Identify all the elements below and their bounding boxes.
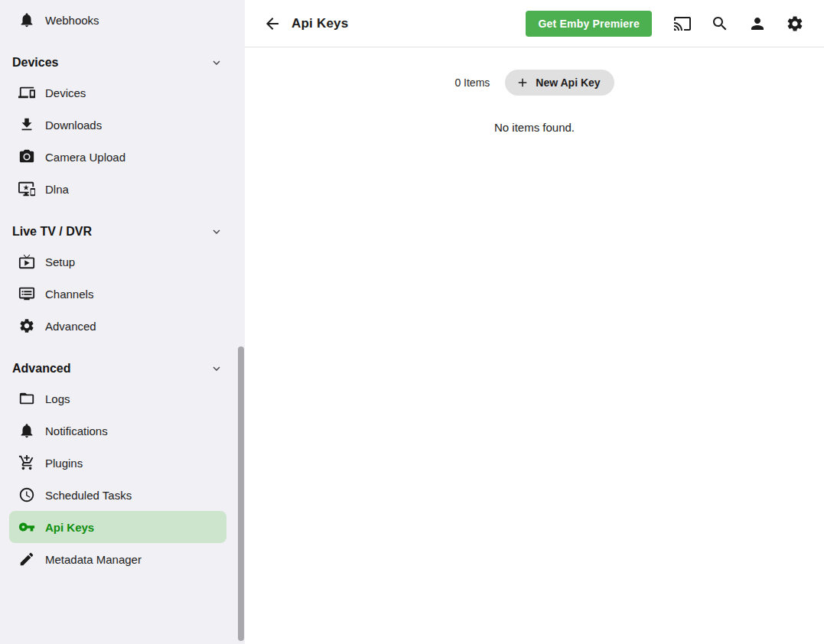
sidebar-item-channels[interactable]: Channels xyxy=(9,278,226,310)
sidebar-item-label: Setup xyxy=(45,255,75,268)
download-icon xyxy=(18,116,35,133)
sidebar-item-label: Logs xyxy=(45,392,70,405)
header-icons xyxy=(673,15,804,33)
chevron-down-icon xyxy=(210,362,223,376)
settings-button[interactable] xyxy=(786,15,804,33)
list-toolbar: 0 Items New Api Key xyxy=(245,70,824,96)
content-area: 0 Items New Api Key No items found. xyxy=(245,47,824,644)
live-tv-icon xyxy=(18,253,35,270)
devices-icon xyxy=(18,84,35,101)
pencil-icon xyxy=(18,551,35,568)
important-devices-icon xyxy=(18,181,35,197)
sidebar-item-label: Scheduled Tasks xyxy=(45,489,132,502)
sidebar-section-devices[interactable]: Devices xyxy=(0,49,245,76)
sidebar: WebhooksDevicesDevicesDownloadsCamera Up… xyxy=(0,0,245,644)
search-button[interactable] xyxy=(711,15,729,33)
sidebar-item-label: Notifications xyxy=(45,424,108,437)
sidebar-item-label: Camera Upload xyxy=(45,151,125,164)
person-icon xyxy=(748,15,767,33)
sidebar-item-label: Channels xyxy=(45,288,93,301)
sidebar-item-label: Downloads xyxy=(45,119,102,132)
new-api-key-label: New Api Key xyxy=(536,76,600,89)
key-icon xyxy=(18,519,35,535)
sidebar-item-dlna[interactable]: Dlna xyxy=(9,173,226,205)
chevron-down-icon xyxy=(210,56,223,70)
sidebar-item-label: Advanced xyxy=(45,320,96,333)
sidebar-item-metadata-manager[interactable]: Metadata Manager xyxy=(9,543,226,575)
arrow-back-icon xyxy=(263,15,282,33)
sidebar-item-advanced[interactable]: Advanced xyxy=(9,310,226,342)
new-api-key-button[interactable]: New Api Key xyxy=(505,70,614,96)
sidebar-item-logs[interactable]: Logs xyxy=(9,382,226,415)
sidebar-item-label: Api Keys xyxy=(45,521,94,534)
sidebar-item-camera-upload[interactable]: Camera Upload xyxy=(9,141,226,173)
section-label: Live TV / DVR xyxy=(12,225,92,239)
app-window: WebhooksDevicesDevicesDownloadsCamera Up… xyxy=(0,0,824,644)
section-label: Devices xyxy=(12,56,59,70)
gear-icon xyxy=(18,317,35,334)
sidebar-item-notifications[interactable]: Notifications xyxy=(9,415,226,447)
back-button[interactable] xyxy=(263,15,282,33)
folder-icon xyxy=(18,390,35,407)
sidebar-item-api-keys[interactable]: Api Keys xyxy=(9,511,226,543)
plus-icon xyxy=(516,76,529,89)
clock-icon xyxy=(18,486,35,503)
gear-icon xyxy=(786,15,804,33)
sidebar-item-label: Dlna xyxy=(45,183,69,196)
sidebar-item-setup[interactable]: Setup xyxy=(9,246,226,278)
main-panel: Api Keys Get Emby Premiere 0 It xyxy=(245,0,824,644)
bell-icon xyxy=(18,422,35,439)
get-emby-premiere-button[interactable]: Get Emby Premiere xyxy=(526,11,652,37)
search-icon xyxy=(711,15,729,33)
empty-message: No items found. xyxy=(494,121,575,134)
sidebar-section-live-tv-dvr[interactable]: Live TV / DVR xyxy=(0,218,245,246)
camera-icon xyxy=(18,148,35,165)
sidebar-item-devices[interactable]: Devices xyxy=(9,76,226,109)
chevron-down-icon xyxy=(210,225,223,239)
sidebar-scrollbar-thumb[interactable] xyxy=(238,346,244,641)
sidebar-item-webhooks[interactable]: Webhooks xyxy=(9,4,226,36)
sidebar-nav: WebhooksDevicesDevicesDownloadsCamera Up… xyxy=(0,4,245,575)
cast-icon xyxy=(673,15,692,33)
sidebar-item-label: Plugins xyxy=(45,457,83,470)
items-count: 0 Items xyxy=(454,76,490,89)
cast-button[interactable] xyxy=(673,15,692,33)
sidebar-item-label: Devices xyxy=(45,86,86,99)
sidebar-item-label: Metadata Manager xyxy=(45,553,142,566)
user-button[interactable] xyxy=(748,15,767,33)
sidebar-item-label: Webhooks xyxy=(45,14,99,27)
sidebar-item-plugins[interactable]: Plugins xyxy=(9,447,226,479)
page-title: Api Keys xyxy=(291,16,348,31)
sidebar-section-advanced[interactable]: Advanced xyxy=(0,355,245,382)
bell-icon xyxy=(18,11,35,28)
cart-plus-icon xyxy=(18,454,35,471)
sidebar-item-downloads[interactable]: Downloads xyxy=(9,109,226,141)
sidebar-item-scheduled-tasks[interactable]: Scheduled Tasks xyxy=(9,479,226,511)
dvr-icon xyxy=(18,285,35,302)
section-label: Advanced xyxy=(12,362,70,376)
app-header: Api Keys Get Emby Premiere xyxy=(245,0,824,47)
